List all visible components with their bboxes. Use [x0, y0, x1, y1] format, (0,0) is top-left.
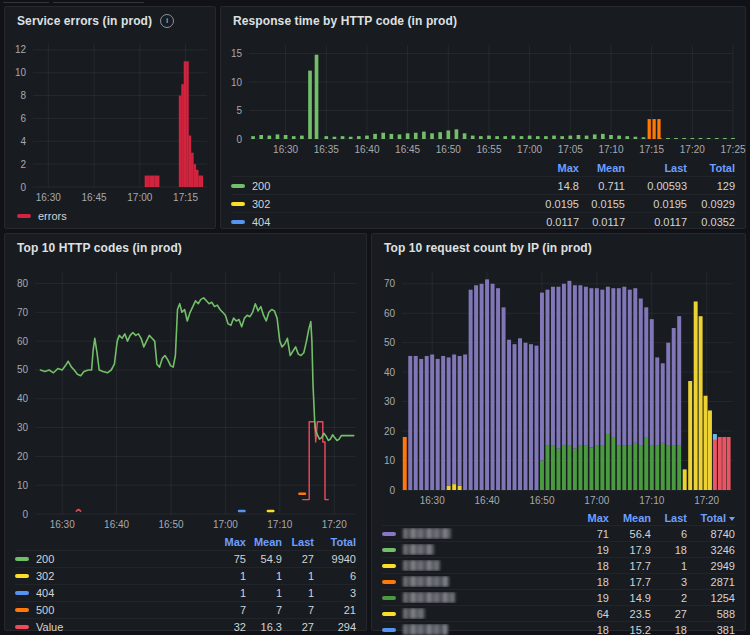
- svg-text:12: 12: [15, 44, 27, 55]
- svg-text:16:30: 16:30: [36, 192, 61, 203]
- legend-label-cell: [382, 544, 565, 555]
- legend-column-mean[interactable]: Mean: [246, 536, 282, 548]
- legend-series-label[interactable]: 200: [36, 553, 54, 565]
- svg-text:80: 80: [17, 278, 29, 289]
- svg-text:20: 20: [384, 426, 396, 437]
- legend-label-cell: 404: [15, 587, 204, 599]
- legend-series-label[interactable]: 302: [252, 198, 270, 210]
- legend-row: 1914.921254: [382, 589, 735, 605]
- svg-text:30: 30: [384, 396, 396, 407]
- svg-text:30: 30: [17, 422, 29, 433]
- legend-row: 4040.01170.01170.01170.0352: [231, 212, 735, 230]
- svg-text:17:25: 17:25: [720, 144, 745, 155]
- legend-series-label[interactable]: errors: [38, 210, 67, 222]
- svg-text:17:00: 17:00: [213, 519, 238, 530]
- legend-value-max: 75: [204, 553, 246, 565]
- legend-column-last[interactable]: Last: [625, 162, 687, 174]
- legend-label-cell: [382, 560, 565, 571]
- redacted-ip-label[interactable]: [403, 544, 434, 555]
- series-color-marker: [382, 532, 396, 536]
- legend-column-last[interactable]: Last: [282, 536, 314, 548]
- legend-row: 1815.218381: [382, 621, 735, 635]
- legend-value-max: 71: [565, 528, 609, 540]
- legend-value-mean: 0.0117: [579, 216, 625, 228]
- legend-value-mean: 0.711: [579, 180, 625, 192]
- redacted-ip-label[interactable]: [403, 624, 448, 635]
- svg-text:5: 5: [236, 105, 242, 116]
- legend-column-max[interactable]: Max: [527, 162, 579, 174]
- panel-header: Top 10 request count by IP (in prod): [372, 234, 745, 260]
- svg-text:15: 15: [231, 48, 243, 59]
- legend-value-total: 3: [314, 587, 356, 599]
- legend-column-total[interactable]: Total: [314, 536, 356, 548]
- panel-title[interactable]: Top 10 HTTP codes (in prod): [17, 241, 182, 255]
- redacted-ip-label[interactable]: [403, 528, 451, 539]
- info-icon[interactable]: i: [160, 14, 174, 28]
- panel-title[interactable]: Response time by HTTP code (in prod): [233, 14, 457, 28]
- svg-text:16:50: 16:50: [436, 144, 461, 155]
- sort-descending-icon: [729, 517, 735, 521]
- legend-column-total[interactable]: Total: [687, 512, 735, 524]
- svg-text:6: 6: [20, 113, 26, 124]
- svg-text:10: 10: [384, 455, 396, 466]
- legend-value-total: 588: [687, 608, 735, 620]
- legend-value-last: 7: [282, 604, 314, 616]
- legend-row: 1817.732871: [382, 573, 735, 589]
- redacted-ip-label[interactable]: [403, 592, 455, 603]
- legend-row: 2007554.9279940: [15, 550, 356, 567]
- redacted-ip-label[interactable]: [403, 576, 449, 587]
- service-errors-chart: 16:3016:4517:0017:15024681012: [9, 35, 213, 207]
- svg-text:16:50: 16:50: [529, 495, 554, 506]
- svg-text:17:00: 17:00: [584, 495, 609, 506]
- legend-value-last: 0.00593: [625, 180, 687, 192]
- legend-row: 1817.712949: [382, 557, 735, 573]
- panel-header: Top 10 HTTP codes (in prod): [5, 234, 366, 260]
- legend-series-label[interactable]: 500: [36, 604, 54, 616]
- svg-text:17:05: 17:05: [558, 144, 583, 155]
- legend-value-last: 18: [651, 624, 687, 635]
- svg-text:60: 60: [384, 308, 396, 319]
- svg-text:17:10: 17:10: [267, 519, 292, 530]
- legend-value-max: 18: [565, 560, 609, 572]
- legend-value-total: 0.0929: [687, 198, 735, 210]
- series-color-marker: [15, 557, 29, 561]
- legend-column-mean[interactable]: Mean: [609, 512, 651, 524]
- panel-title[interactable]: Service errors (in prod): [17, 14, 152, 28]
- legend-header-row: MaxMeanLastTotal: [15, 534, 356, 550]
- legend: MaxMeanLastTotal2007554.9279940302111640…: [5, 534, 366, 635]
- panel-header: Service errors (in prod) i: [5, 7, 215, 33]
- legend-value-max: 1: [204, 587, 246, 599]
- legend-value-last: 0.0195: [625, 198, 687, 210]
- legend: errors: [5, 207, 215, 222]
- series-color-marker: [17, 214, 31, 218]
- legend-column-max[interactable]: Max: [204, 536, 246, 548]
- legend-column-total[interactable]: Total: [687, 162, 735, 174]
- legend-row: 7156.468740: [382, 525, 735, 541]
- legend-value-last: 1: [282, 587, 314, 599]
- legend-series-label[interactable]: 200: [252, 180, 270, 192]
- legend-value-mean: 17.9: [609, 544, 651, 556]
- legend-value-last: 1: [651, 560, 687, 572]
- series-color-marker: [15, 574, 29, 578]
- legend-series-label[interactable]: 302: [36, 570, 54, 582]
- legend-column-max[interactable]: Max: [565, 512, 609, 524]
- panel-title[interactable]: Top 10 request count by IP (in prod): [384, 241, 592, 255]
- series-color-marker: [15, 608, 29, 612]
- legend-column-last[interactable]: Last: [651, 512, 687, 524]
- svg-text:16:55: 16:55: [476, 144, 501, 155]
- legend-series-label[interactable]: 404: [36, 587, 54, 599]
- redacted-ip-label[interactable]: [403, 560, 440, 571]
- svg-text:16:35: 16:35: [314, 144, 339, 155]
- redacted-ip-label[interactable]: [403, 608, 425, 619]
- panel-top-http-codes: Top 10 HTTP codes (in prod) 16:3016:4016…: [4, 233, 367, 631]
- legend-label-cell: 302: [15, 570, 204, 582]
- legend-column-mean[interactable]: Mean: [579, 162, 625, 174]
- legend-value-last: 0.0117: [625, 216, 687, 228]
- legend-series-label[interactable]: 404: [252, 216, 270, 228]
- legend-value-mean: 1: [246, 570, 282, 582]
- legend-row: 4041113: [15, 584, 356, 601]
- svg-text:16:30: 16:30: [273, 144, 298, 155]
- legend-label-cell: 200: [231, 180, 527, 192]
- series-color-marker: [382, 628, 396, 632]
- legend-series-label[interactable]: Value: [36, 621, 63, 633]
